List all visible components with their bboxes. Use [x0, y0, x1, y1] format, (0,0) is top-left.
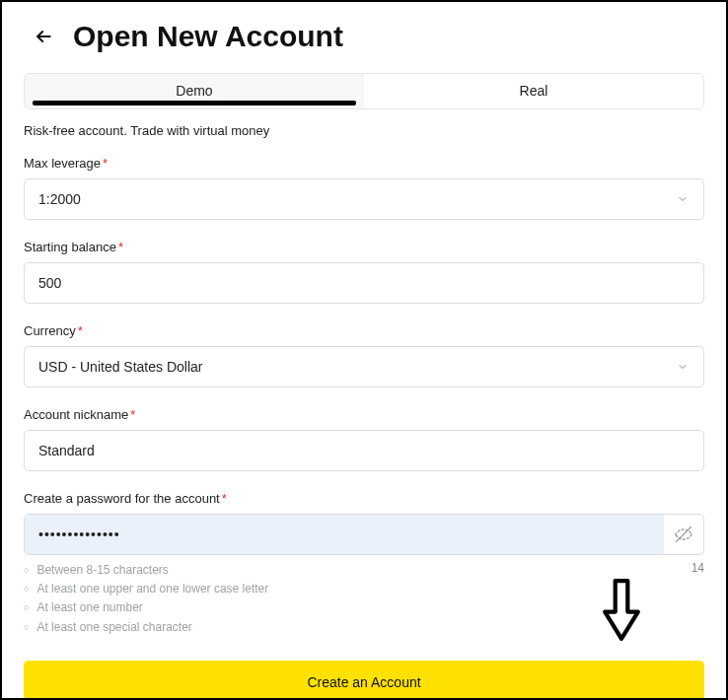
toggle-password-visibility-button[interactable]	[664, 525, 703, 544]
nickname-value: Standard	[38, 443, 95, 458]
balance-value: 500	[38, 275, 61, 291]
chevron-down-icon	[676, 360, 690, 374]
tab-real[interactable]: Real	[364, 74, 703, 108]
nickname-label: Account nickname*	[24, 407, 704, 422]
hint-case: At least one upper and one lower case le…	[24, 580, 268, 598]
account-type-description: Risk-free account. Trade with virtual mo…	[24, 123, 704, 138]
tab-demo-label: Demo	[176, 83, 212, 99]
required-asterisk: *	[118, 240, 123, 254]
eye-off-icon	[674, 525, 693, 544]
leverage-value: 1:2000	[38, 191, 81, 207]
hint-length: Between 8-15 characters	[24, 561, 268, 580]
currency-label-text: Currency	[24, 323, 76, 338]
back-button[interactable]	[32, 25, 55, 48]
required-asterisk: *	[78, 323, 83, 338]
password-hints: Between 8-15 characters At least one upp…	[24, 561, 268, 637]
leverage-label: Max leverage*	[24, 156, 704, 171]
leverage-label-text: Max leverage	[24, 156, 101, 171]
password-char-count: 14	[692, 561, 704, 637]
nickname-label-text: Account nickname	[24, 407, 128, 422]
currency-label: Currency*	[24, 323, 704, 338]
nickname-input[interactable]: Standard	[24, 430, 704, 471]
account-type-tabs: Demo Real	[24, 73, 704, 109]
hint-special: At least one special character	[24, 618, 268, 637]
currency-value: USD - United States Dollar	[38, 359, 203, 375]
leverage-select[interactable]: 1:2000	[24, 178, 704, 220]
required-asterisk: *	[222, 491, 227, 506]
required-asterisk: *	[130, 407, 135, 422]
hint-number: At least one number	[24, 598, 268, 617]
password-input[interactable]	[25, 515, 664, 554]
currency-select[interactable]: USD - United States Dollar	[24, 346, 704, 387]
balance-input[interactable]: 500	[24, 262, 704, 304]
page-title: Open New Account	[73, 20, 343, 53]
tab-real-label: Real	[520, 83, 548, 99]
balance-label-text: Starting balance	[24, 240, 116, 254]
create-account-button[interactable]: Create an Account	[24, 661, 704, 700]
balance-label: Starting balance*	[24, 240, 704, 254]
chevron-down-icon	[676, 192, 690, 206]
required-asterisk: *	[103, 156, 108, 171]
active-tab-indicator	[33, 101, 356, 105]
password-label: Create a password for the account*	[24, 491, 704, 506]
create-account-label: Create an Account	[307, 674, 420, 690]
password-label-text: Create a password for the account	[24, 491, 220, 506]
tab-demo[interactable]: Demo	[25, 74, 364, 108]
